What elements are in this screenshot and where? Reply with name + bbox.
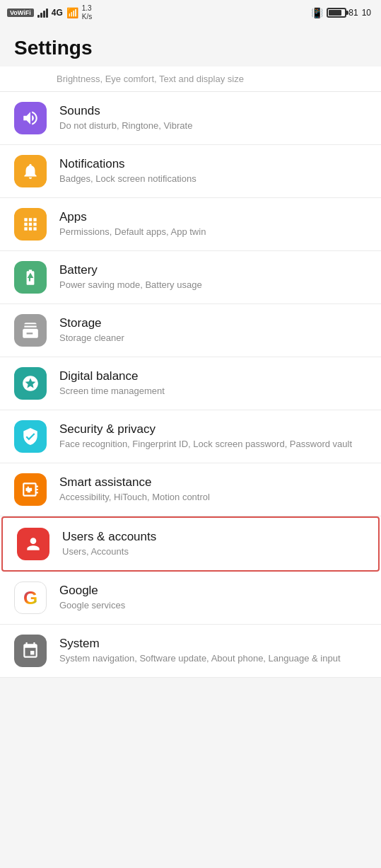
wifi-icon: 📶 xyxy=(66,7,78,18)
battery-icon-wrap xyxy=(14,261,47,294)
page-title: Settings xyxy=(0,25,381,66)
security-subtitle: Face recognition, Fingerprint ID, Lock s… xyxy=(59,438,367,451)
system-title: System xyxy=(59,637,367,651)
truncated-display-item: Brightness, Eye comfort, Text and displa… xyxy=(0,66,381,92)
storage-icon xyxy=(21,321,40,340)
notifications-text: Notifications Badges, Lock screen notifi… xyxy=(59,157,367,185)
smart-assistance-title: Smart assistance xyxy=(59,475,367,490)
battery-subtitle: Power saving mode, Battery usage xyxy=(59,279,367,291)
system-text: System System navigation, Software updat… xyxy=(59,637,367,665)
users-accounts-title: Users & accounts xyxy=(62,530,364,544)
settings-list: Sounds Do not disturb, Ringtone, Vibrate… xyxy=(0,92,381,678)
google-icon: G xyxy=(23,587,37,609)
users-accounts-subtitle: Users, Accounts xyxy=(62,545,364,558)
signal-number: 10 xyxy=(362,8,371,18)
notifications-subtitle: Badges, Lock screen notifications xyxy=(59,173,367,185)
users-icon xyxy=(24,535,42,553)
system-icon-wrap xyxy=(14,635,47,667)
battery-setting-icon xyxy=(21,268,40,287)
settings-item-sounds[interactable]: Sounds Do not disturb, Ringtone, Vibrate xyxy=(0,92,381,145)
sounds-text: Sounds Do not disturb, Ringtone, Vibrate xyxy=(59,104,367,132)
smart-assistance-icon-wrap xyxy=(14,473,47,506)
storage-icon-wrap xyxy=(14,314,47,347)
security-text: Security & privacy Face recognition, Fin… xyxy=(59,422,367,451)
digital-balance-icon xyxy=(21,374,40,393)
sounds-icon xyxy=(21,109,40,127)
system-subtitle: System navigation, Software update, Abou… xyxy=(59,652,367,665)
vowifi-indicator: VoWiFi xyxy=(7,8,34,17)
settings-item-digital-balance[interactable]: Digital balance Screen time management xyxy=(0,357,381,410)
apps-subtitle: Permissions, Default apps, App twin xyxy=(59,226,367,238)
google-subtitle: Google services xyxy=(59,599,367,612)
settings-item-security[interactable]: Security & privacy Face recognition, Fin… xyxy=(0,410,381,463)
security-icon xyxy=(21,427,40,446)
google-icon-wrap: G xyxy=(14,581,47,614)
sounds-title: Sounds xyxy=(59,104,367,118)
security-icon-wrap xyxy=(14,420,47,453)
vibrate-icon: 📳 xyxy=(311,7,323,18)
sounds-icon-wrap xyxy=(14,102,47,134)
users-icon-wrap xyxy=(17,528,49,560)
settings-item-users-accounts[interactable]: Users & accounts Users, Accounts xyxy=(1,516,380,572)
settings-item-google[interactable]: G Google Google services xyxy=(0,572,381,625)
battery-percent: 81 xyxy=(348,8,358,18)
settings-item-notifications[interactable]: Notifications Badges, Lock screen notifi… xyxy=(0,145,381,198)
smart-assistance-icon xyxy=(21,480,40,499)
battery-fill xyxy=(329,10,341,16)
apps-text: Apps Permissions, Default apps, App twin xyxy=(59,210,367,238)
digital-balance-title: Digital balance xyxy=(59,369,367,383)
settings-item-apps[interactable]: Apps Permissions, Default apps, App twin xyxy=(0,198,381,251)
sounds-subtitle: Do not disturb, Ringtone, Vibrate xyxy=(59,120,367,132)
status-left: VoWiFi 4G 📶 1.3 K/s xyxy=(7,4,92,21)
notifications-icon-wrap xyxy=(14,155,47,187)
notifications-title: Notifications xyxy=(59,157,367,171)
status-right: 📳 81 10 xyxy=(311,7,371,18)
battery-title: Battery xyxy=(59,263,367,277)
users-accounts-text: Users & accounts Users, Accounts xyxy=(62,530,364,558)
status-bar: VoWiFi 4G 📶 1.3 K/s 📳 81 10 xyxy=(0,0,381,25)
notifications-icon xyxy=(21,162,40,180)
security-title: Security & privacy xyxy=(59,422,367,436)
settings-item-smart-assistance[interactable]: Smart assistance Accessibility, HiTouch,… xyxy=(0,463,381,516)
google-title: Google xyxy=(59,584,367,598)
storage-title: Storage xyxy=(59,316,367,330)
battery-text: Battery Power saving mode, Battery usage xyxy=(59,263,367,291)
settings-item-storage[interactable]: Storage Storage cleaner xyxy=(0,304,381,357)
network-type: 4G xyxy=(52,8,63,18)
digital-balance-text: Digital balance Screen time management xyxy=(59,369,367,398)
battery-status: 81 xyxy=(327,8,358,18)
storage-text: Storage Storage cleaner xyxy=(59,316,367,345)
signal-bars xyxy=(37,8,48,18)
apps-icon xyxy=(21,215,40,233)
smart-assistance-subtitle: Accessibility, HiTouch, Motion control xyxy=(59,491,367,504)
google-text: Google Google services xyxy=(59,584,367,612)
apps-icon-wrap xyxy=(14,208,47,241)
storage-subtitle: Storage cleaner xyxy=(59,332,367,345)
digital-balance-icon-wrap xyxy=(14,367,47,400)
speed-indicator: 1.3 K/s xyxy=(82,4,92,21)
battery-icon xyxy=(327,8,346,18)
system-icon xyxy=(21,642,40,660)
settings-item-system[interactable]: System System navigation, Software updat… xyxy=(0,625,381,678)
smart-assistance-text: Smart assistance Accessibility, HiTouch,… xyxy=(59,475,367,504)
digital-balance-subtitle: Screen time management xyxy=(59,385,367,398)
settings-item-battery[interactable]: Battery Power saving mode, Battery usage xyxy=(0,251,381,304)
apps-title: Apps xyxy=(59,210,367,224)
